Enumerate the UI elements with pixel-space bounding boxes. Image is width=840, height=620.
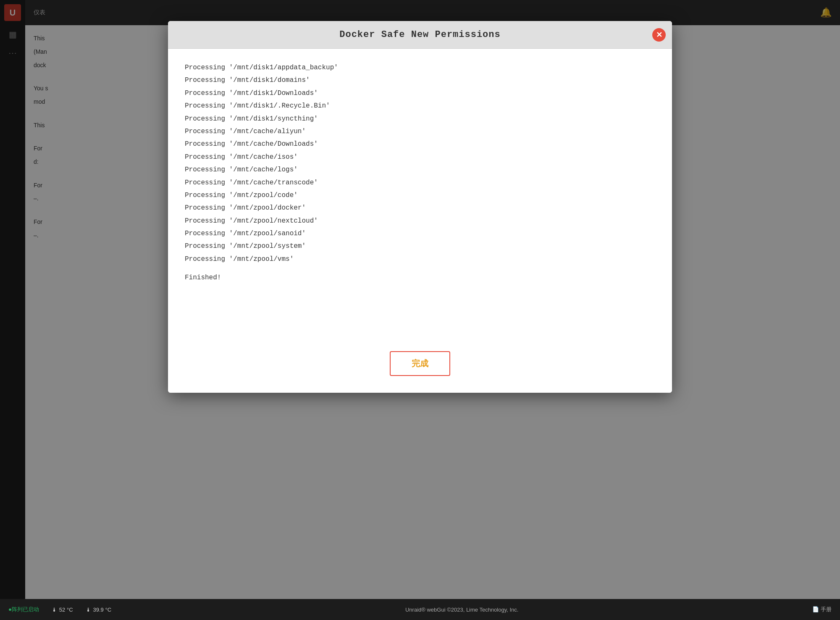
close-icon: ✕ <box>656 31 662 39</box>
copyright-text: Unraid® webGui ©2023, Lime Technology, I… <box>124 607 800 613</box>
modal-body: Processing '/mnt/disk1/appdata_backup' P… <box>168 49 672 343</box>
modal-header: Docker Safe New Permissions ✕ <box>168 21 672 49</box>
temp1-value: 52 °C <box>59 607 73 613</box>
thermometer1-icon: 🌡 <box>52 607 57 613</box>
temp1-status: 🌡 52 °C <box>52 607 73 613</box>
temp2-value: 39.9 °C <box>93 607 112 613</box>
thermometer2-icon: 🌡 <box>86 607 91 613</box>
done-button[interactable]: 完成 <box>390 351 450 376</box>
modal-footer: 完成 <box>168 343 672 393</box>
manual-link[interactable]: 📄 手册 <box>812 606 832 613</box>
close-button[interactable]: ✕ <box>652 28 666 42</box>
array-status: ●阵列已启动 <box>8 606 39 613</box>
temp2-status: 🌡 39.9 °C <box>86 607 112 613</box>
status-bar: ●阵列已启动 🌡 52 °C 🌡 39.9 °C Unraid® webGui … <box>0 599 840 620</box>
modal-title: Docker Safe New Permissions <box>339 29 500 40</box>
log-output: Processing '/mnt/disk1/appdata_backup' P… <box>185 61 655 265</box>
modal-dialog: Docker Safe New Permissions ✕ Processing… <box>168 21 672 393</box>
finished-text: Finished! <box>185 274 655 281</box>
